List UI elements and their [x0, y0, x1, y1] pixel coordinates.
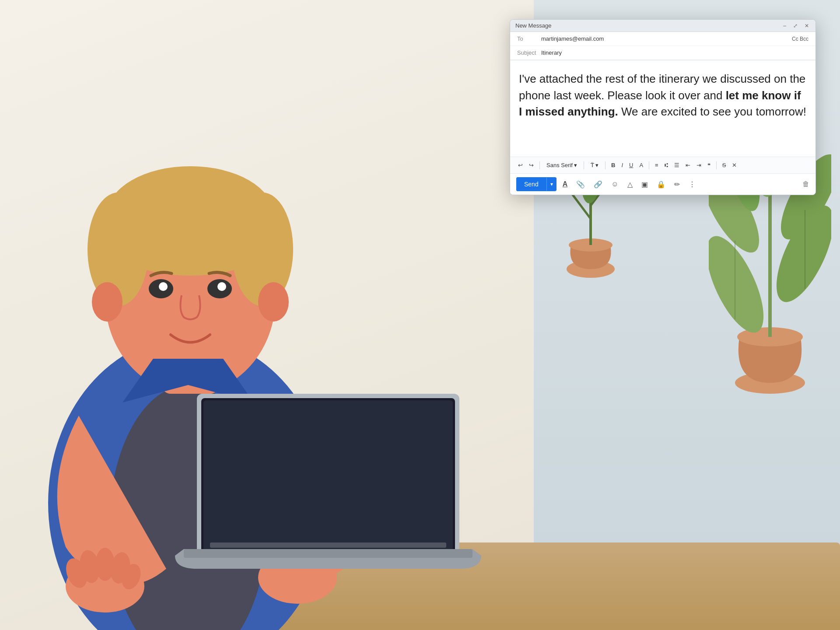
email-bottom-bar: Send ▾ A 📎 🔗 ☺ △ ▣ 🔒 ✏ ⋮ 🗑 [510, 173, 816, 195]
send-button[interactable]: Send [516, 177, 546, 191]
link-icon: 🔗 [594, 181, 602, 188]
toolbar-separator-2 [584, 161, 584, 169]
format-text-icon: A [563, 180, 568, 188]
minimize-button[interactable]: – [782, 23, 788, 29]
to-value[interactable]: martinjames@email.com [541, 35, 792, 42]
svg-point-7 [109, 206, 271, 276]
subject-field-row: Subject Itinerary [510, 46, 816, 60]
toolbar-separator-5 [716, 161, 717, 169]
attach-icon: 📎 [576, 181, 585, 188]
italic-button[interactable]: I [620, 161, 625, 170]
format-text-button[interactable]: A [560, 178, 570, 190]
insert-link-button[interactable]: 🔗 [591, 178, 605, 190]
trash-icon: 🗑 [802, 180, 809, 188]
svg-point-9 [258, 282, 289, 322]
titlebar-controls: – ⤢ ✕ [782, 23, 810, 29]
remove-format-button[interactable]: ✕ [730, 161, 738, 170]
window-title: New Message [515, 22, 551, 29]
font-name: Sans Serif [546, 162, 573, 168]
lock-icon: 🔒 [657, 181, 665, 188]
svg-point-13 [217, 282, 226, 291]
email-compose-window: New Message – ⤢ ✕ To martinjames@email.c… [510, 19, 816, 195]
redo-button[interactable]: ↪ [527, 161, 536, 170]
text-size-icon: T̈ [591, 162, 594, 168]
formatting-toolbar: ↩ ↪ Sans Serif ▾ T̈ ▾ B I U A ≡ ⑆ ☰ ⇤ ⇥ … [510, 157, 816, 173]
insert-emoji-button[interactable]: ☺ [609, 178, 621, 190]
bullet-list-button[interactable]: ☰ [672, 161, 681, 170]
font-color-button[interactable]: A [637, 161, 645, 170]
toolbar-separator-1 [539, 161, 540, 169]
align-button[interactable]: ≡ [653, 161, 660, 170]
email-fields: To martinjames@email.com Cc Bcc Subject … [510, 32, 816, 60]
drive-icon: △ [627, 181, 633, 188]
svg-point-12 [159, 282, 168, 291]
more-icon: ⋮ [689, 181, 696, 188]
indent-decrease-button[interactable]: ⇤ [684, 161, 692, 170]
subject-label: Subject [517, 49, 541, 56]
toggle-confidential-button[interactable]: 🔒 [654, 178, 668, 190]
photo-icon: ▣ [641, 181, 648, 188]
body-text-after: We are excited to see you tomorrow! [618, 105, 806, 118]
close-button[interactable]: ✕ [803, 23, 810, 29]
attach-file-button[interactable]: 📎 [574, 178, 588, 190]
svg-rect-44 [184, 549, 472, 558]
insert-drive-button[interactable]: △ [625, 178, 635, 190]
insert-signature-button[interactable]: ✏ [672, 178, 682, 190]
insert-photo-button[interactable]: ▣ [639, 178, 651, 190]
email-body[interactable]: I've attached the rest of the itinerary … [510, 60, 816, 157]
more-options-button[interactable]: ⋮ [686, 178, 698, 190]
text-size-dropdown-icon: ▾ [595, 162, 598, 168]
toolbar-separator-4 [649, 161, 649, 169]
font-dropdown-icon: ▾ [574, 162, 577, 168]
toolbar-separator-3 [605, 161, 606, 169]
to-label: To [517, 35, 541, 42]
to-field-row: To martinjames@email.com Cc Bcc [510, 32, 816, 46]
laptop [175, 394, 481, 569]
font-selector[interactable]: Sans Serif ▾ [544, 161, 580, 170]
emoji-icon: ☺ [611, 180, 618, 188]
signature-icon: ✏ [674, 181, 680, 188]
text-size-selector[interactable]: T̈ ▾ [588, 161, 601, 170]
undo-button[interactable]: ↩ [516, 161, 525, 170]
indent-increase-button[interactable]: ⇥ [695, 161, 703, 170]
send-button-group: Send ▾ [516, 177, 556, 191]
email-titlebar: New Message – ⤢ ✕ [510, 20, 816, 32]
bold-button[interactable]: B [609, 161, 617, 170]
strikethrough-button[interactable]: S [721, 161, 728, 170]
svg-rect-45 [210, 542, 446, 548]
subject-value[interactable]: Itinerary [541, 49, 808, 56]
svg-rect-43 [203, 400, 453, 551]
cc-bcc-label[interactable]: Cc Bcc [792, 36, 808, 42]
discard-draft-button[interactable]: 🗑 [802, 180, 809, 188]
underline-button[interactable]: U [627, 161, 635, 170]
numbered-list-button[interactable]: ⑆ [663, 161, 670, 170]
send-dropdown-button[interactable]: ▾ [546, 178, 556, 191]
svg-point-8 [92, 282, 122, 322]
expand-button[interactable]: ⤢ [792, 23, 799, 29]
quote-button[interactable]: ❝ [706, 161, 712, 170]
